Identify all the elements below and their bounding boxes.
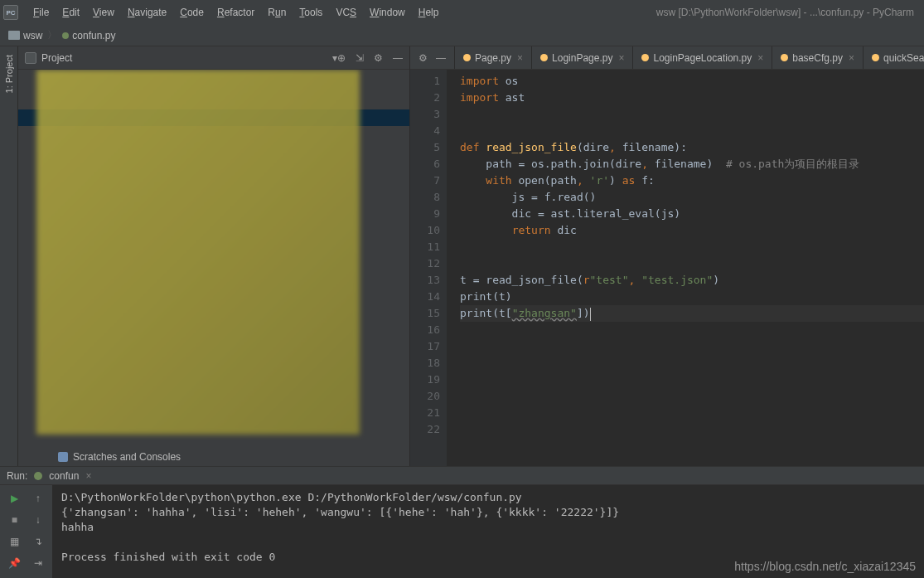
run-config-name: confun xyxy=(49,470,79,482)
editor-settings-icon[interactable]: ⚙ xyxy=(418,52,428,64)
code-editor[interactable]: 12345678910111213141516171819202122 impo… xyxy=(410,70,924,466)
menu-edit[interactable]: Edit xyxy=(56,3,86,22)
menu-bar: PC File Edit View Navigate Code Refactor… xyxy=(0,0,924,25)
line-number-gutter: 12345678910111213141516171819202122 xyxy=(410,70,447,466)
project-panel-title: Project xyxy=(41,52,329,64)
watermark: https://blog.csdn.net/c_xiazai12345 xyxy=(734,560,916,573)
tree-selection xyxy=(18,109,409,126)
close-icon[interactable]: × xyxy=(85,470,91,482)
step-up-icon[interactable]: ↑ xyxy=(27,488,50,508)
hide-panel-icon[interactable]: — xyxy=(393,52,403,64)
panel-settings-icon[interactable]: ⚙ xyxy=(374,52,383,64)
window-title: wsw [D:\PythonWorkFolder\wsw] - ...\conf… xyxy=(445,7,921,18)
tree-scratches-node[interactable]: Scratches and Consoles xyxy=(18,448,409,466)
project-view-icon xyxy=(25,52,36,64)
breadcrumb-file[interactable]: confun.py xyxy=(59,30,119,41)
stop-icon[interactable]: ■ xyxy=(3,510,26,530)
run-toolbar: ▶ ↑ ■ ↓ ▦ ↴ 📌 ⇥ xyxy=(0,485,53,578)
python-file-icon xyxy=(781,54,788,61)
python-file-icon xyxy=(34,472,42,480)
breadcrumb-bar: wsw 〉 confun.py xyxy=(0,25,924,46)
close-icon[interactable]: × xyxy=(757,52,763,64)
locate-icon[interactable]: ⊕ xyxy=(337,52,346,64)
python-file-icon xyxy=(641,54,649,61)
breadcrumb-root-label: wsw xyxy=(23,30,42,41)
scroll-to-end-icon[interactable]: ⇥ xyxy=(27,553,50,573)
left-tool-strip: 1: Project xyxy=(0,46,18,466)
tab-basecfg[interactable]: baseCfg.py × xyxy=(772,46,864,69)
folder-icon xyxy=(8,31,20,40)
close-icon[interactable]: × xyxy=(517,52,523,64)
soft-wrap-icon[interactable]: ↴ xyxy=(27,532,50,551)
collapse-all-icon[interactable]: ⇲ xyxy=(356,52,364,64)
run-label: Run: xyxy=(7,470,27,482)
menu-tools[interactable]: Tools xyxy=(293,3,329,22)
pin-icon[interactable]: 📌 xyxy=(3,553,26,573)
editor-tab-bar: ⚙ — Page.py × LoginPage.py × LoginPageLo… xyxy=(410,46,924,70)
close-icon[interactable]: × xyxy=(618,52,624,64)
menu-view[interactable]: View xyxy=(86,3,121,22)
scratches-label: Scratches and Consoles xyxy=(73,451,181,463)
menu-vcs[interactable]: VCS xyxy=(329,3,363,22)
breadcrumb-root[interactable]: wsw xyxy=(5,30,46,41)
project-panel: Project ▾ ⊕ ⇲ ⚙ — Scratches and Consoles xyxy=(18,46,410,466)
tab-loginpagelocation[interactable]: LoginPageLocation.py × xyxy=(633,46,772,69)
menu-refactor[interactable]: Refactor xyxy=(210,3,261,22)
menu-code[interactable]: Code xyxy=(173,3,210,22)
editor-area: ⚙ — Page.py × LoginPage.py × LoginPageLo… xyxy=(410,46,924,466)
python-file-icon xyxy=(62,32,69,39)
tab-quicksearch[interactable]: quickSearch.py × xyxy=(864,46,924,69)
python-file-icon xyxy=(540,54,548,61)
tab-loginpage[interactable]: LoginPage.py × xyxy=(532,46,633,69)
python-file-icon xyxy=(463,54,471,61)
step-down-icon[interactable]: ↓ xyxy=(27,510,50,530)
menu-help[interactable]: Help xyxy=(412,3,446,22)
close-icon[interactable]: × xyxy=(849,52,854,64)
scratches-icon xyxy=(58,452,68,462)
layout-icon[interactable]: ▦ xyxy=(3,532,26,551)
menu-window[interactable]: Window xyxy=(363,3,412,22)
breadcrumb-separator-icon: 〉 xyxy=(46,28,59,42)
project-panel-header: Project ▾ ⊕ ⇲ ⚙ — xyxy=(18,46,409,70)
breadcrumb-file-label: confun.py xyxy=(72,30,115,41)
menu-run[interactable]: Run xyxy=(261,3,293,22)
project-tree[interactable]: Scratches and Consoles xyxy=(18,70,409,466)
editor-minimize-icon[interactable]: — xyxy=(436,52,446,64)
python-file-icon xyxy=(872,54,879,61)
ide-logo-icon: PC xyxy=(3,5,18,20)
rerun-icon[interactable]: ▶ xyxy=(3,488,26,508)
tab-page[interactable]: Page.py × xyxy=(455,46,532,69)
code-content[interactable]: import os import ast def read_json_file(… xyxy=(447,70,924,466)
menu-navigate[interactable]: Navigate xyxy=(121,3,173,22)
sidebar-tab-project[interactable]: 1: Project xyxy=(2,50,16,98)
menu-file[interactable]: File xyxy=(27,3,56,22)
